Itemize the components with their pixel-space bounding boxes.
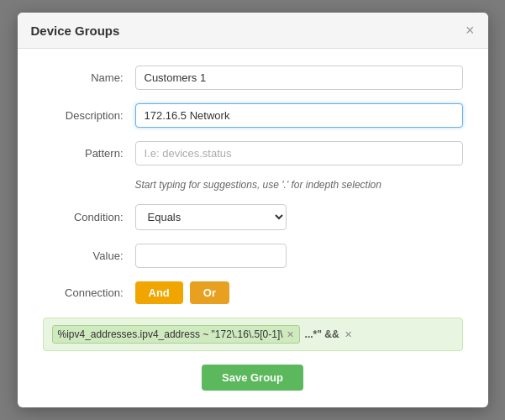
description-label: Description: xyxy=(43,109,135,122)
modal-title: Device Groups xyxy=(31,24,120,38)
tag-1: %ipv4_addresses.ipv4_address ~ "172\.16\… xyxy=(52,325,300,344)
save-group-button[interactable]: Save Group xyxy=(202,365,303,391)
description-input[interactable] xyxy=(135,103,463,128)
tags-row: %ipv4_addresses.ipv4_address ~ "172\.16\… xyxy=(43,318,463,351)
modal-overlay: Device Groups × Name: Description: Patte… xyxy=(0,0,505,420)
condition-row: Condition: Equals Not Equals Contains No… xyxy=(43,204,463,230)
pattern-input[interactable] xyxy=(135,141,463,165)
value-input[interactable] xyxy=(135,244,287,268)
pattern-hint-row: Start typing for suggestions, use '.' fo… xyxy=(43,179,463,191)
condition-label: Condition: xyxy=(43,211,135,223)
condition-select[interactable]: Equals Not Equals Contains Not Contains … xyxy=(135,204,287,230)
pattern-hint: Start typing for suggestions, use '.' fo… xyxy=(135,179,381,191)
tag-operator: ...*" && xyxy=(305,328,339,340)
or-button[interactable]: Or xyxy=(190,281,229,304)
connection-label: Connection: xyxy=(43,286,135,299)
name-input[interactable] xyxy=(135,66,463,90)
modal-header: Device Groups × xyxy=(18,13,488,49)
close-button[interactable]: × xyxy=(466,23,475,38)
tag-operator-close[interactable]: ✕ xyxy=(345,330,352,339)
name-row: Name: xyxy=(43,66,463,90)
connection-buttons: And Or xyxy=(135,281,229,304)
device-groups-modal: Device Groups × Name: Description: Patte… xyxy=(18,13,488,407)
save-row: Save Group xyxy=(43,365,463,391)
tag-1-text: %ipv4_addresses.ipv4_address ~ "172\.16\… xyxy=(58,328,283,340)
name-label: Name: xyxy=(43,71,135,84)
description-row: Description: xyxy=(43,103,463,128)
pattern-label: Pattern: xyxy=(43,147,135,160)
pattern-row: Pattern: xyxy=(43,141,463,165)
and-button[interactable]: And xyxy=(135,281,183,304)
tag-1-close[interactable]: ✕ xyxy=(287,330,294,339)
modal-body: Name: Description: Pattern: Start typing… xyxy=(18,49,488,407)
value-row: Value: xyxy=(43,244,463,268)
value-label: Value: xyxy=(43,249,135,262)
connection-row: Connection: And Or xyxy=(43,281,463,304)
